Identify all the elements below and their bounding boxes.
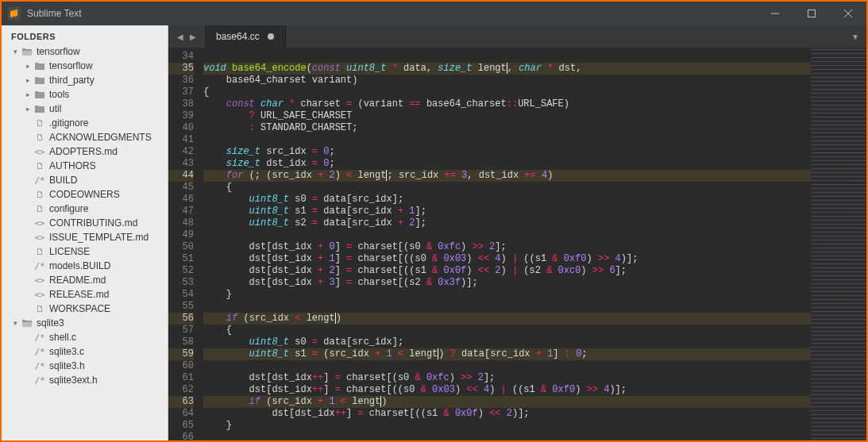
disclosure-arrow-icon[interactable]	[11, 48, 19, 56]
tree-item[interactable]: tensorflow	[2, 59, 168, 73]
tree-item[interactable]: /*sqlite3.h	[2, 359, 168, 373]
tab-overflow-icon[interactable]: ▼	[844, 25, 866, 48]
code-editor[interactable]: void base64_encode(const uint8_t * data,…	[199, 48, 811, 440]
tree-item[interactable]: 🗋LICENSE	[2, 244, 168, 259]
tree-item-label: sqlite3	[37, 317, 64, 329]
disclosure-arrow-icon	[24, 205, 32, 213]
tree-item-label: sqlite3.h	[49, 360, 85, 371]
disclosure-arrow-icon	[24, 262, 32, 270]
file-icon: 🗋	[33, 203, 46, 214]
tab-base64[interactable]: base64.cc	[205, 25, 286, 48]
tree-item[interactable]: tools	[2, 87, 168, 102]
tree-item-label: BUILD	[49, 175, 77, 186]
tree-item[interactable]: <>ADOPTERS.md	[2, 144, 168, 159]
disclosure-arrow-icon[interactable]	[24, 105, 32, 113]
disclosure-arrow-icon	[24, 376, 32, 384]
tree-item[interactable]: /*sqlite3.c	[2, 344, 168, 359]
disclosure-arrow-icon[interactable]	[11, 319, 19, 327]
tree-item[interactable]: 🗋WORKSPACE	[2, 302, 168, 316]
disclosure-arrow-icon	[24, 162, 32, 170]
script-icon: /*	[33, 332, 46, 343]
minimize-button[interactable]	[757, 2, 793, 25]
disclosure-arrow-icon[interactable]	[24, 62, 32, 70]
file-icon: 🗋	[33, 246, 46, 257]
tree-item-label: CODEOWNERS	[49, 189, 120, 200]
window-title: Sublime Text	[27, 8, 757, 19]
disclosure-arrow-icon[interactable]	[24, 76, 32, 84]
file-icon: 🗋	[33, 189, 46, 200]
tree-item[interactable]: 🗋.gitignore	[2, 116, 168, 130]
tree-item-label: WORKSPACE	[49, 303, 110, 314]
tab-dirty-indicator-icon	[268, 33, 274, 40]
tree-item[interactable]: util	[2, 102, 168, 116]
folder-open-icon	[21, 317, 33, 329]
tree-item-label: configure	[49, 203, 88, 214]
close-button[interactable]	[830, 2, 866, 25]
folder-icon	[33, 89, 46, 100]
disclosure-arrow-icon	[24, 176, 32, 184]
minimap[interactable]	[811, 48, 866, 440]
tree-item-label: AUTHORS	[49, 160, 96, 171]
disclosure-arrow-icon	[24, 348, 32, 356]
tree-item[interactable]: 🗋ACKNOWLEDGMENTS	[2, 130, 168, 144]
title-bar[interactable]: Sublime Text	[2, 2, 866, 25]
disclosure-arrow-icon	[24, 305, 32, 313]
tab-bar[interactable]: ◀ ▶ base64.cc ▼	[168, 25, 866, 48]
tree-item[interactable]: /*models.BUILD	[2, 259, 168, 273]
disclosure-arrow-icon	[24, 133, 32, 141]
tree-item[interactable]: <>RELEASE.md	[2, 287, 168, 302]
tree-item-label: tensorflow	[49, 60, 93, 71]
tree-item[interactable]: tensorflow	[2, 44, 168, 59]
tree-item-label: LICENSE	[49, 246, 90, 257]
sidebar-heading: FOLDERS	[2, 25, 168, 44]
tab-history-nav[interactable]: ◀ ▶	[168, 25, 205, 48]
folder-open-icon	[21, 46, 33, 57]
tree-item-label: ADOPTERS.md	[49, 146, 118, 157]
md-icon: <>	[33, 217, 46, 229]
disclosure-arrow-icon	[24, 362, 32, 370]
tree-item-label: sqlite3.c	[49, 346, 84, 357]
tree-item[interactable]: /*sqlite3ext.h	[2, 373, 168, 387]
file-icon: 🗋	[33, 303, 46, 314]
nav-forward-icon[interactable]: ▶	[190, 33, 196, 41]
tree-item[interactable]: <>ISSUE_TEMPLATE.md	[2, 230, 168, 244]
tree-item[interactable]: <>CONTRIBUTING.md	[2, 216, 168, 230]
tree-item-label: shell.c	[49, 332, 76, 343]
tree-item-label: CONTRIBUTING.md	[49, 217, 137, 229]
maximize-button[interactable]	[793, 2, 830, 25]
script-icon: /*	[33, 346, 46, 357]
tree-item[interactable]: third_party	[2, 73, 168, 87]
folder-icon	[33, 60, 46, 71]
tree-item-label: tensorflow	[37, 46, 80, 57]
file-tree[interactable]: tensorflowtensorflowthird_partytoolsutil…	[2, 44, 168, 440]
disclosure-arrow-icon	[24, 148, 32, 156]
tree-item[interactable]: /*BUILD	[2, 173, 168, 187]
file-icon: 🗋	[33, 160, 46, 171]
script-icon: /*	[33, 375, 46, 386]
disclosure-arrow-icon	[24, 219, 32, 227]
disclosure-arrow-icon	[24, 333, 32, 341]
nav-back-icon[interactable]: ◀	[177, 33, 183, 41]
tree-item[interactable]: /*shell.c	[2, 330, 168, 344]
tree-item[interactable]: <>README.md	[2, 273, 168, 287]
md-icon: <>	[33, 146, 46, 157]
tree-item-label: sqlite3ext.h	[49, 375, 98, 386]
folder-icon	[33, 103, 46, 114]
tree-item-label: .gitignore	[49, 117, 88, 129]
tree-item-label: RELEASE.md	[49, 289, 109, 300]
tree-item-label: tools	[49, 89, 69, 100]
disclosure-arrow-icon	[24, 290, 32, 298]
code-pane: 3435363738394041424344454647484950515253…	[168, 48, 866, 440]
disclosure-arrow-icon	[24, 233, 32, 241]
md-icon: <>	[33, 289, 46, 300]
disclosure-arrow-icon	[24, 119, 32, 127]
tree-item[interactable]: 🗋CODEOWNERS	[2, 187, 168, 202]
line-number-gutter[interactable]: 3435363738394041424344454647484950515253…	[168, 48, 199, 440]
tree-item[interactable]: sqlite3	[2, 316, 168, 330]
editor-area: ◀ ▶ base64.cc ▼ 343536373839404142434445…	[168, 25, 866, 440]
folder-sidebar[interactable]: FOLDERS tensorflowtensorflowthird_partyt…	[2, 25, 168, 440]
tree-item-label: third_party	[49, 75, 95, 86]
tree-item[interactable]: 🗋AUTHORS	[2, 159, 168, 173]
tree-item[interactable]: 🗋configure	[2, 202, 168, 216]
disclosure-arrow-icon[interactable]	[24, 90, 32, 98]
